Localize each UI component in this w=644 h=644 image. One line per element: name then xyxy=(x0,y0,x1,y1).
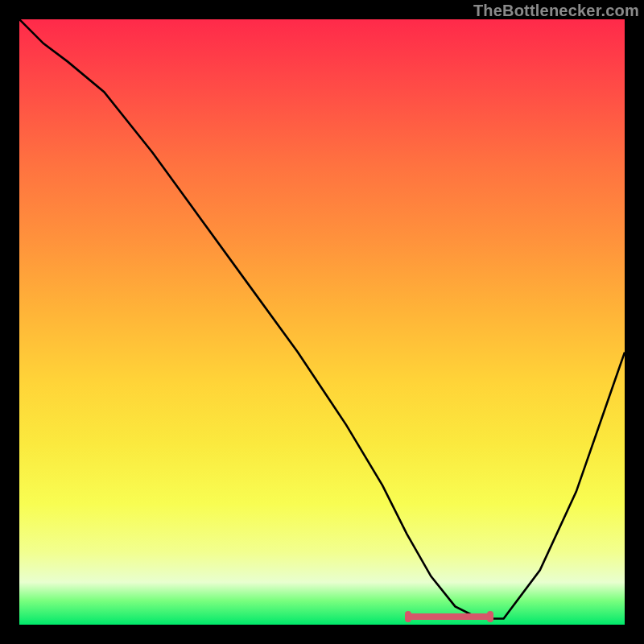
watermark-text: TheBottlenecker.com xyxy=(473,2,639,20)
gradient-plot-area xyxy=(19,19,625,625)
minimum-marker-cap-right xyxy=(487,611,493,622)
chart-frame: TheBottlenecker.com xyxy=(0,0,644,644)
bottleneck-curve xyxy=(19,19,625,625)
minimum-marker-cap-left xyxy=(405,611,411,622)
minimum-marker xyxy=(407,613,491,620)
